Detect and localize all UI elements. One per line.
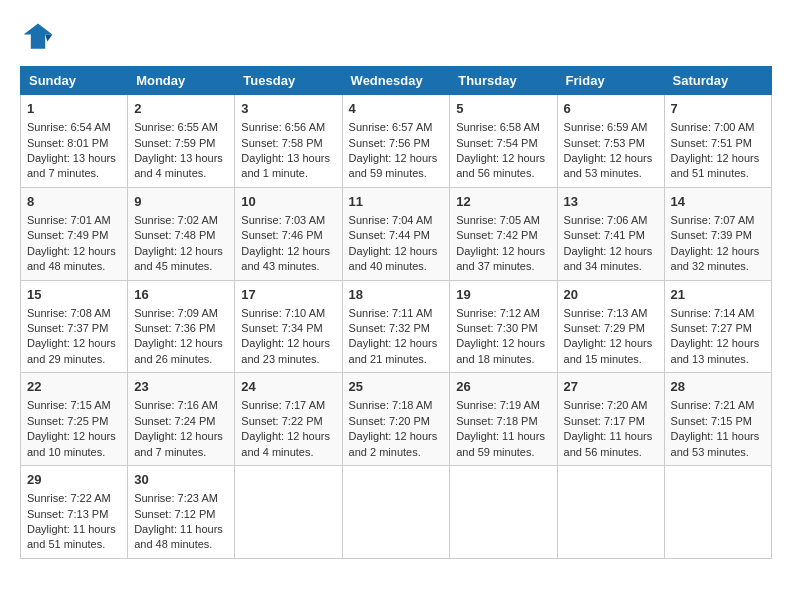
- weekday-header-thursday: Thursday: [450, 67, 557, 95]
- day-info-line: and 4 minutes.: [241, 445, 335, 460]
- day-info-line: Daylight: 12 hours: [671, 336, 765, 351]
- day-info-line: Daylight: 12 hours: [241, 429, 335, 444]
- day-info-line: and 4 minutes.: [134, 166, 228, 181]
- day-info-line: and 37 minutes.: [456, 259, 550, 274]
- day-number: 11: [349, 193, 444, 211]
- day-info-line: Sunrise: 7:08 AM: [27, 306, 121, 321]
- weekday-header-tuesday: Tuesday: [235, 67, 342, 95]
- day-info-line: Daylight: 11 hours: [134, 522, 228, 537]
- calendar-cell: 17Sunrise: 7:10 AMSunset: 7:34 PMDayligh…: [235, 280, 342, 373]
- day-info-line: and 34 minutes.: [564, 259, 658, 274]
- day-info-line: Daylight: 13 hours: [27, 151, 121, 166]
- day-info-line: and 18 minutes.: [456, 352, 550, 367]
- calendar-week-row: 22Sunrise: 7:15 AMSunset: 7:25 PMDayligh…: [21, 373, 772, 466]
- day-info-line: Sunset: 7:17 PM: [564, 414, 658, 429]
- logo-icon: [20, 20, 56, 56]
- day-info-line: Daylight: 12 hours: [27, 429, 121, 444]
- day-info-line: and 15 minutes.: [564, 352, 658, 367]
- day-number: 29: [27, 471, 121, 489]
- day-info-line: Sunrise: 7:04 AM: [349, 213, 444, 228]
- day-info-line: and 59 minutes.: [349, 166, 444, 181]
- day-info-line: and 56 minutes.: [456, 166, 550, 181]
- day-info-line: Daylight: 12 hours: [349, 151, 444, 166]
- day-info-line: Sunrise: 7:01 AM: [27, 213, 121, 228]
- day-info-line: Daylight: 13 hours: [241, 151, 335, 166]
- day-info-line: and 48 minutes.: [134, 537, 228, 552]
- day-number: 26: [456, 378, 550, 396]
- day-number: 2: [134, 100, 228, 118]
- calendar-cell: 28Sunrise: 7:21 AMSunset: 7:15 PMDayligh…: [664, 373, 771, 466]
- day-info-line: Sunset: 7:18 PM: [456, 414, 550, 429]
- day-info-line: Daylight: 12 hours: [241, 336, 335, 351]
- calendar-cell: 25Sunrise: 7:18 AMSunset: 7:20 PMDayligh…: [342, 373, 450, 466]
- day-info-line: and 56 minutes.: [564, 445, 658, 460]
- day-info-line: Sunrise: 7:00 AM: [671, 120, 765, 135]
- day-info-line: Sunset: 7:58 PM: [241, 136, 335, 151]
- day-info-line: Sunrise: 7:09 AM: [134, 306, 228, 321]
- weekday-header-sunday: Sunday: [21, 67, 128, 95]
- day-info-line: Sunrise: 7:13 AM: [564, 306, 658, 321]
- calendar-cell: 10Sunrise: 7:03 AMSunset: 7:46 PMDayligh…: [235, 187, 342, 280]
- day-info-line: Sunset: 7:13 PM: [27, 507, 121, 522]
- day-info-line: Sunset: 7:48 PM: [134, 228, 228, 243]
- weekday-header-friday: Friday: [557, 67, 664, 95]
- day-info-line: Sunset: 7:20 PM: [349, 414, 444, 429]
- calendar-cell: 22Sunrise: 7:15 AMSunset: 7:25 PMDayligh…: [21, 373, 128, 466]
- calendar-cell: [235, 466, 342, 559]
- day-info-line: and 32 minutes.: [671, 259, 765, 274]
- day-info-line: and 1 minute.: [241, 166, 335, 181]
- calendar-cell: 29Sunrise: 7:22 AMSunset: 7:13 PMDayligh…: [21, 466, 128, 559]
- day-info-line: Daylight: 12 hours: [27, 244, 121, 259]
- day-info-line: Daylight: 11 hours: [27, 522, 121, 537]
- logo: [20, 20, 60, 56]
- day-info-line: Sunrise: 6:54 AM: [27, 120, 121, 135]
- day-info-line: Sunrise: 7:07 AM: [671, 213, 765, 228]
- day-info-line: and 23 minutes.: [241, 352, 335, 367]
- day-info-line: Sunset: 7:56 PM: [349, 136, 444, 151]
- day-number: 20: [564, 286, 658, 304]
- day-info-line: Sunset: 7:24 PM: [134, 414, 228, 429]
- day-number: 9: [134, 193, 228, 211]
- calendar-week-row: 8Sunrise: 7:01 AMSunset: 7:49 PMDaylight…: [21, 187, 772, 280]
- day-info-line: and 45 minutes.: [134, 259, 228, 274]
- day-number: 16: [134, 286, 228, 304]
- day-info-line: Sunrise: 7:19 AM: [456, 398, 550, 413]
- calendar-week-row: 29Sunrise: 7:22 AMSunset: 7:13 PMDayligh…: [21, 466, 772, 559]
- day-info-line: Sunrise: 7:03 AM: [241, 213, 335, 228]
- calendar-cell: 21Sunrise: 7:14 AMSunset: 7:27 PMDayligh…: [664, 280, 771, 373]
- weekday-header-monday: Monday: [128, 67, 235, 95]
- day-info-line: and 21 minutes.: [349, 352, 444, 367]
- day-info-line: Daylight: 12 hours: [27, 336, 121, 351]
- weekday-header-wednesday: Wednesday: [342, 67, 450, 95]
- day-info-line: Sunrise: 7:11 AM: [349, 306, 444, 321]
- day-info-line: Sunset: 7:49 PM: [27, 228, 121, 243]
- day-info-line: Daylight: 12 hours: [134, 244, 228, 259]
- day-info-line: Sunrise: 7:10 AM: [241, 306, 335, 321]
- day-info-line: Daylight: 11 hours: [456, 429, 550, 444]
- calendar-cell: 5Sunrise: 6:58 AMSunset: 7:54 PMDaylight…: [450, 95, 557, 188]
- day-info-line: Sunset: 7:27 PM: [671, 321, 765, 336]
- day-info-line: Sunrise: 7:21 AM: [671, 398, 765, 413]
- day-info-line: Sunset: 7:37 PM: [27, 321, 121, 336]
- day-number: 1: [27, 100, 121, 118]
- calendar-cell: 15Sunrise: 7:08 AMSunset: 7:37 PMDayligh…: [21, 280, 128, 373]
- day-info-line: Sunset: 7:34 PM: [241, 321, 335, 336]
- day-info-line: Daylight: 12 hours: [564, 336, 658, 351]
- day-info-line: Daylight: 12 hours: [456, 151, 550, 166]
- day-number: 21: [671, 286, 765, 304]
- day-info-line: Sunset: 7:36 PM: [134, 321, 228, 336]
- day-number: 14: [671, 193, 765, 211]
- day-info-line: Sunset: 7:42 PM: [456, 228, 550, 243]
- day-info-line: Daylight: 12 hours: [671, 151, 765, 166]
- day-info-line: Sunset: 7:25 PM: [27, 414, 121, 429]
- calendar-cell: 12Sunrise: 7:05 AMSunset: 7:42 PMDayligh…: [450, 187, 557, 280]
- calendar-cell: [450, 466, 557, 559]
- page-header: [20, 20, 772, 56]
- day-info-line: Sunset: 7:12 PM: [134, 507, 228, 522]
- day-info-line: Sunrise: 7:17 AM: [241, 398, 335, 413]
- day-info-line: Sunset: 7:39 PM: [671, 228, 765, 243]
- day-info-line: Sunset: 7:32 PM: [349, 321, 444, 336]
- day-info-line: and 10 minutes.: [27, 445, 121, 460]
- calendar-cell: 20Sunrise: 7:13 AMSunset: 7:29 PMDayligh…: [557, 280, 664, 373]
- day-info-line: Sunset: 7:46 PM: [241, 228, 335, 243]
